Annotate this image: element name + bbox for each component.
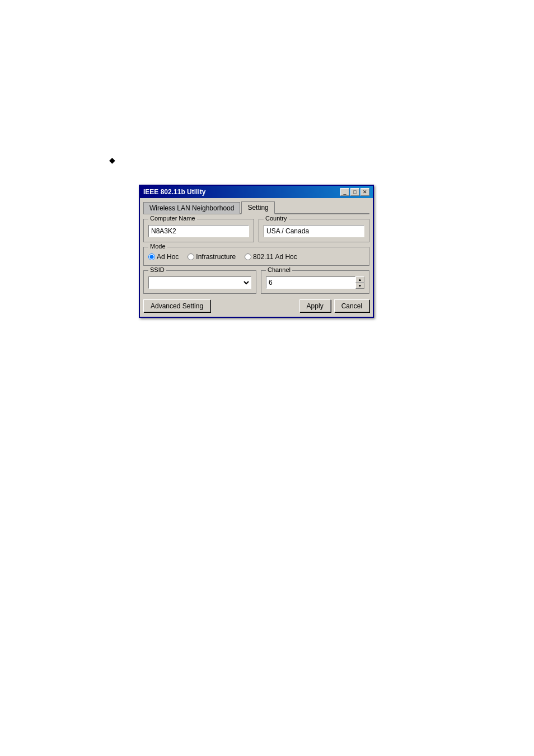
mode-group: Mode Ad Hoc Infrastructure 802.11 Ad Hoc — [143, 247, 369, 266]
channel-group: Channel ▲ ▼ — [261, 270, 369, 294]
ssid-group: SSID — [143, 270, 256, 294]
country-input[interactable] — [264, 225, 364, 237]
minimize-button[interactable]: _ — [340, 188, 349, 196]
apply-button[interactable]: Apply — [299, 299, 331, 312]
channel-legend: Channel — [266, 266, 292, 273]
country-legend: Country — [264, 215, 289, 222]
mode-80211adhoc-radio[interactable] — [245, 253, 251, 260]
channel-decrement-button[interactable]: ▼ — [355, 283, 364, 289]
computer-name-input[interactable] — [148, 225, 249, 237]
maximize-button[interactable]: □ — [350, 188, 359, 196]
mode-infrastructure-option[interactable]: Infrastructure — [188, 253, 236, 261]
tab-wireless-lan-neighborhood[interactable]: Wireless LAN Neighborhood — [143, 202, 240, 214]
computer-name-legend: Computer Name — [148, 215, 197, 222]
computer-country-row: Computer Name Country — [143, 219, 369, 242]
dialog-window: IEEE 802.11b Utility _ □ ✕ Wireless LAN … — [139, 185, 374, 318]
mode-80211adhoc-label: 802.11 Ad Hoc — [253, 253, 297, 261]
buttons-row: Advanced Setting Apply Cancel — [143, 299, 369, 312]
channel-increment-button[interactable]: ▲ — [355, 276, 364, 283]
dialog-title: IEEE 802.11b Utility — [143, 188, 205, 196]
tab-setting[interactable]: Setting — [241, 201, 274, 214]
mode-80211adhoc-option[interactable]: 802.11 Ad Hoc — [245, 253, 297, 261]
computer-name-group: Computer Name — [143, 219, 254, 242]
channel-spinner: ▲ ▼ — [266, 276, 364, 289]
ssid-channel-row: SSID Channel ▲ ▼ — [143, 270, 369, 294]
close-button[interactable]: ✕ — [360, 188, 369, 196]
title-bar-buttons: _ □ ✕ — [340, 188, 369, 196]
cancel-button[interactable]: Cancel — [334, 299, 369, 312]
ssid-legend: SSID — [148, 266, 166, 273]
tabs-row: Wireless LAN Neighborhood Setting — [143, 200, 369, 214]
mode-options: Ad Hoc Infrastructure 802.11 Ad Hoc — [148, 253, 364, 261]
mode-infrastructure-radio[interactable] — [188, 253, 194, 260]
channel-input[interactable] — [266, 276, 355, 289]
advanced-setting-button[interactable]: Advanced Setting — [143, 299, 210, 312]
title-bar: IEEE 802.11b Utility _ □ ✕ — [140, 186, 373, 198]
mode-legend: Mode — [148, 243, 167, 250]
country-group: Country — [259, 219, 369, 242]
bullet-point: ◆ — [109, 156, 115, 165]
mode-adhoc-option[interactable]: Ad Hoc — [148, 253, 179, 261]
mode-adhoc-label: Ad Hoc — [157, 253, 179, 261]
mode-adhoc-radio[interactable] — [148, 253, 155, 260]
right-buttons: Apply Cancel — [299, 299, 369, 312]
mode-infrastructure-label: Infrastructure — [196, 253, 236, 261]
ssid-select[interactable] — [148, 276, 251, 289]
channel-spinner-buttons: ▲ ▼ — [355, 276, 364, 289]
dialog-body: Wireless LAN Neighborhood Setting Comput… — [140, 198, 373, 317]
